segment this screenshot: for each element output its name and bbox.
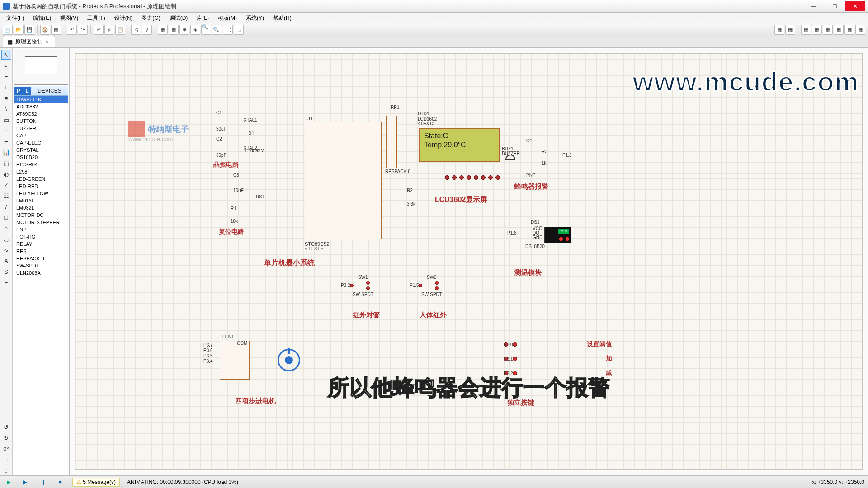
- tab-close-icon[interactable]: ×: [45, 39, 48, 45]
- tb-cut[interactable]: ✂: [94, 25, 104, 35]
- device-item[interactable]: CAP: [14, 132, 68, 139]
- tb-zoomout[interactable]: 🔍-: [212, 25, 222, 35]
- rp1[interactable]: [386, 116, 397, 168]
- menu-library[interactable]: 库(L): [193, 14, 212, 23]
- tb-zoomin[interactable]: 🔍+: [201, 25, 211, 35]
- lt-select[interactable]: ↖: [1, 50, 11, 60]
- lt-text2[interactable]: A: [1, 256, 11, 266]
- tb-zoomarea[interactable]: ⬚: [234, 25, 244, 35]
- device-item[interactable]: BUZZER: [14, 125, 68, 132]
- pause-button[interactable]: ||: [38, 477, 48, 487]
- menu-tools[interactable]: 工具(T): [84, 14, 108, 23]
- device-item[interactable]: AT89C52: [14, 110, 68, 117]
- tb-new[interactable]: 📄: [3, 25, 13, 35]
- lt-symbol[interactable]: S: [1, 267, 11, 277]
- lt-marker[interactable]: +: [1, 277, 11, 287]
- sw1[interactable]: [350, 279, 386, 293]
- tb-center[interactable]: ◈: [190, 25, 200, 35]
- device-item[interactable]: ADC0832: [14, 103, 68, 110]
- lt-text[interactable]: ≡: [1, 93, 11, 103]
- lt-path[interactable]: ∿: [1, 245, 11, 255]
- step-button[interactable]: ▶|: [21, 477, 31, 487]
- overview[interactable]: [14, 49, 68, 85]
- lt-angle[interactable]: 0°: [1, 444, 11, 454]
- menu-help[interactable]: 帮助(H): [269, 14, 295, 23]
- menu-debug[interactable]: 调试(D): [166, 14, 192, 23]
- menu-template[interactable]: 模版(M): [214, 14, 241, 23]
- device-item[interactable]: LED-GREEN: [14, 175, 68, 183]
- canvas[interactable]: 特纳斯电子 www.mcude.com U1 STC89C52 <TEXT> C…: [70, 48, 868, 475]
- button-pad[interactable]: [513, 342, 517, 347]
- button-pad[interactable]: [513, 357, 517, 361]
- tb-sim2[interactable]: ▦: [785, 25, 795, 35]
- device-item[interactable]: PNP: [14, 226, 68, 233]
- lt-graph[interactable]: 📊: [1, 147, 11, 157]
- minimize-button[interactable]: —: [804, 1, 824, 11]
- lt-terminal[interactable]: ○: [1, 126, 11, 136]
- tb-copy[interactable]: ⎘: [104, 25, 114, 35]
- tb-origin[interactable]: ⊕: [179, 25, 189, 35]
- device-item[interactable]: BUTTON: [14, 117, 68, 125]
- messages-badge[interactable]: ⚠ 5 Message(s): [72, 478, 120, 487]
- tb-print[interactable]: 🖨: [131, 25, 141, 35]
- lcd-display[interactable]: State:C Temp:29.0°C: [419, 128, 500, 162]
- maximize-button[interactable]: ☐: [825, 1, 844, 11]
- tb-help[interactable]: ?: [142, 25, 152, 35]
- tb-schematic[interactable]: ▦: [51, 25, 61, 35]
- lt-junction[interactable]: +: [1, 71, 11, 81]
- tab-schematic[interactable]: ▦ 原理图绘制 ×: [3, 36, 55, 47]
- buzzer-icon[interactable]: [504, 153, 517, 166]
- play-button[interactable]: ▶: [4, 477, 14, 487]
- tb-sim1[interactable]: ▦: [774, 25, 784, 35]
- device-item[interactable]: HC-SR04: [14, 161, 68, 168]
- device-item[interactable]: LED-YELLOW: [14, 190, 68, 197]
- device-item[interactable]: RESPACK-8: [14, 255, 68, 262]
- tb-sim6[interactable]: ▦: [834, 25, 844, 35]
- tb-open[interactable]: 📂: [14, 25, 24, 35]
- menu-view[interactable]: 视图(V): [57, 14, 82, 23]
- device-item[interactable]: L298: [14, 168, 68, 175]
- lt-subcircuit[interactable]: ▭: [1, 115, 11, 125]
- stepper-motor[interactable]: [278, 349, 300, 371]
- pick-button[interactable]: P: [14, 87, 23, 95]
- device-item[interactable]: RES: [14, 248, 68, 255]
- menu-graph[interactable]: 图表(G): [138, 14, 164, 23]
- tb-sim8[interactable]: ▦: [855, 25, 865, 35]
- ds18b20[interactable]: 29.0: [544, 227, 571, 243]
- lt-circle[interactable]: ○: [1, 223, 11, 233]
- tb-sim4[interactable]: ▦: [812, 25, 822, 35]
- tb-sim3[interactable]: ▦: [801, 25, 811, 35]
- tb-home[interactable]: 🏠: [40, 25, 50, 35]
- device-item[interactable]: SW-SPDT: [14, 262, 68, 269]
- lt-bus[interactable]: ⧵: [1, 104, 11, 114]
- menu-edit[interactable]: 编辑(E): [29, 14, 55, 23]
- menu-system[interactable]: 系统(Y): [242, 14, 268, 23]
- device-item[interactable]: DS18B20: [14, 154, 68, 161]
- u1-chip[interactable]: [305, 122, 382, 239]
- device-item[interactable]: LM016L: [14, 197, 68, 204]
- uln1[interactable]: [220, 341, 250, 380]
- device-item[interactable]: CRYSTAL: [14, 146, 68, 154]
- lt-arc[interactable]: ◡: [1, 234, 11, 244]
- lt-instrument[interactable]: ☷: [1, 191, 11, 201]
- device-item[interactable]: LM032L: [14, 204, 68, 211]
- lt-flip-h[interactable]: ↔: [1, 455, 11, 465]
- lt-label[interactable]: ʟ: [1, 82, 11, 92]
- menu-design[interactable]: 设计(N): [111, 14, 137, 23]
- device-item[interactable]: RELAY: [14, 240, 68, 248]
- device-item[interactable]: CAP-ELEC: [14, 139, 68, 146]
- tb-sim7[interactable]: ▦: [844, 25, 854, 35]
- lt-rot-ccw[interactable]: ↺: [1, 422, 11, 432]
- stop-button[interactable]: ■: [55, 477, 65, 487]
- tb-grid[interactable]: ▦: [158, 25, 168, 35]
- lt-component[interactable]: ▸: [1, 61, 11, 70]
- tb-paste[interactable]: 📋: [115, 25, 125, 35]
- device-item[interactable]: ULN2003A: [14, 269, 68, 277]
- lt-probe[interactable]: ✓: [1, 180, 11, 190]
- tb-zoomfit[interactable]: ⛶: [223, 25, 233, 35]
- tb-redo[interactable]: ↷: [78, 25, 88, 35]
- lt-line[interactable]: /: [1, 202, 11, 211]
- lt-box[interactable]: □: [1, 212, 11, 222]
- lt-devicepin[interactable]: ⫟: [1, 136, 11, 146]
- device-item[interactable]: POT-HG: [14, 233, 68, 240]
